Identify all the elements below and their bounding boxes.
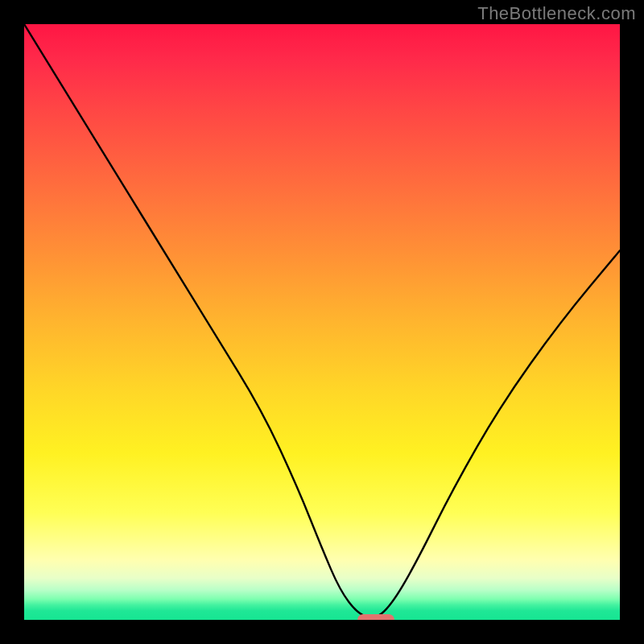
plot-area — [24, 24, 620, 620]
bottleneck-curve — [24, 24, 620, 620]
chart-frame: TheBottleneck.com — [0, 0, 644, 644]
watermark-text: TheBottleneck.com — [477, 3, 636, 24]
optimal-point-marker — [357, 614, 394, 620]
